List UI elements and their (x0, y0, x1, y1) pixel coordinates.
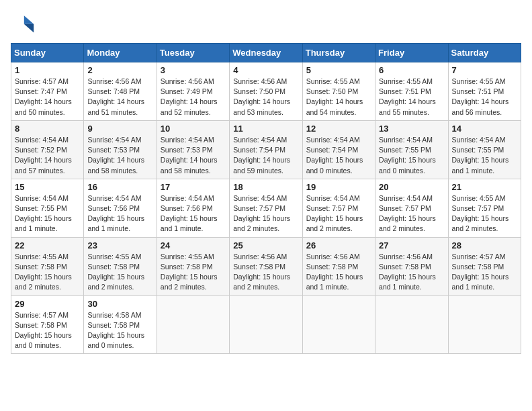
day-info: Sunrise: 4:54 AM Sunset: 7:57 PM Dayligh… (306, 193, 371, 234)
logo-icon (11, 11, 35, 35)
day-info: Sunrise: 4:57 AM Sunset: 7:58 PM Dayligh… (15, 310, 80, 351)
day-info: Sunrise: 4:57 AM Sunset: 7:47 PM Dayligh… (15, 77, 80, 118)
day-number: 15 (15, 182, 80, 192)
calendar-day-cell: 21 Sunrise: 4:55 AM Sunset: 7:57 PM Dayl… (448, 179, 521, 237)
calendar-day-cell: 27 Sunrise: 4:56 AM Sunset: 7:58 PM Dayl… (375, 237, 448, 295)
day-number: 14 (452, 124, 517, 134)
calendar-day-cell: 18 Sunrise: 4:54 AM Sunset: 7:57 PM Dayl… (230, 179, 302, 237)
day-info: Sunrise: 4:55 AM Sunset: 7:51 PM Dayligh… (379, 77, 444, 118)
day-info: Sunrise: 4:55 AM Sunset: 7:51 PM Dayligh… (452, 77, 517, 118)
day-info: Sunrise: 4:54 AM Sunset: 7:54 PM Dayligh… (233, 135, 298, 176)
day-info: Sunrise: 4:55 AM Sunset: 7:57 PM Dayligh… (452, 193, 517, 234)
calendar-week-row: 8 Sunrise: 4:54 AM Sunset: 7:52 PM Dayli… (11, 120, 521, 179)
day-info: Sunrise: 4:54 AM Sunset: 7:57 PM Dayligh… (233, 193, 298, 234)
day-info: Sunrise: 4:55 AM Sunset: 7:58 PM Dayligh… (161, 252, 226, 293)
calendar-day-cell: 11 Sunrise: 4:54 AM Sunset: 7:54 PM Dayl… (230, 120, 302, 179)
day-number: 29 (15, 299, 80, 309)
day-number: 16 (87, 182, 152, 192)
day-number: 2 (87, 65, 152, 75)
day-number: 11 (233, 124, 298, 134)
day-info: Sunrise: 4:54 AM Sunset: 7:56 PM Dayligh… (161, 193, 226, 234)
calendar-day-cell: 28 Sunrise: 4:57 AM Sunset: 7:58 PM Dayl… (448, 237, 521, 295)
calendar-week-row: 22 Sunrise: 4:55 AM Sunset: 7:58 PM Dayl… (11, 237, 521, 295)
day-info: Sunrise: 4:54 AM Sunset: 7:55 PM Dayligh… (379, 135, 444, 176)
calendar-day-cell: 9 Sunrise: 4:54 AM Sunset: 7:53 PM Dayli… (84, 120, 157, 179)
day-number: 3 (161, 65, 226, 75)
day-info: Sunrise: 4:56 AM Sunset: 7:49 PM Dayligh… (161, 77, 226, 118)
calendar-day-cell: 20 Sunrise: 4:54 AM Sunset: 7:57 PM Dayl… (375, 179, 448, 237)
day-number: 5 (306, 65, 371, 75)
calendar-day-cell (230, 295, 302, 354)
calendar-day-header: Sunday (11, 44, 84, 62)
day-number: 18 (233, 182, 298, 192)
calendar-day-cell: 3 Sunrise: 4:56 AM Sunset: 7:49 PM Dayli… (157, 62, 229, 121)
day-number: 21 (452, 182, 517, 192)
calendar-day-cell: 8 Sunrise: 4:54 AM Sunset: 7:52 PM Dayli… (11, 120, 84, 179)
calendar-day-cell: 4 Sunrise: 4:56 AM Sunset: 7:50 PM Dayli… (230, 62, 302, 121)
calendar-day-cell: 22 Sunrise: 4:55 AM Sunset: 7:58 PM Dayl… (11, 237, 84, 295)
day-info: Sunrise: 4:56 AM Sunset: 7:48 PM Dayligh… (87, 77, 152, 118)
calendar-day-cell: 17 Sunrise: 4:54 AM Sunset: 7:56 PM Dayl… (157, 179, 229, 237)
day-info: Sunrise: 4:54 AM Sunset: 7:57 PM Dayligh… (379, 193, 444, 234)
day-number: 12 (306, 124, 371, 134)
calendar-day-cell: 13 Sunrise: 4:54 AM Sunset: 7:55 PM Dayl… (375, 120, 448, 179)
calendar-day-cell: 2 Sunrise: 4:56 AM Sunset: 7:48 PM Dayli… (84, 62, 157, 121)
calendar-day-cell: 10 Sunrise: 4:54 AM Sunset: 7:53 PM Dayl… (157, 120, 229, 179)
day-info: Sunrise: 4:58 AM Sunset: 7:58 PM Dayligh… (87, 310, 152, 351)
calendar-day-header: Wednesday (230, 44, 302, 62)
day-info: Sunrise: 4:56 AM Sunset: 7:58 PM Dayligh… (379, 252, 444, 293)
calendar-day-cell: 14 Sunrise: 4:54 AM Sunset: 7:55 PM Dayl… (448, 120, 521, 179)
calendar-week-row: 1 Sunrise: 4:57 AM Sunset: 7:47 PM Dayli… (11, 62, 521, 121)
calendar-day-header: Tuesday (157, 44, 229, 62)
day-number: 27 (379, 240, 444, 250)
calendar-day-cell: 26 Sunrise: 4:56 AM Sunset: 7:58 PM Dayl… (302, 237, 375, 295)
svg-marker-1 (24, 24, 34, 33)
calendar-day-cell: 15 Sunrise: 4:54 AM Sunset: 7:55 PM Dayl… (11, 179, 84, 237)
logo (11, 11, 38, 35)
calendar-table: SundayMondayTuesdayWednesdayThursdayFrid… (11, 43, 521, 354)
calendar-day-cell: 1 Sunrise: 4:57 AM Sunset: 7:47 PM Dayli… (11, 62, 84, 121)
day-number: 30 (87, 299, 152, 309)
day-number: 19 (306, 182, 371, 192)
day-info: Sunrise: 4:54 AM Sunset: 7:53 PM Dayligh… (161, 135, 226, 176)
day-number: 6 (379, 65, 444, 75)
day-number: 7 (452, 65, 517, 75)
calendar-week-row: 29 Sunrise: 4:57 AM Sunset: 7:58 PM Dayl… (11, 295, 521, 354)
day-number: 17 (161, 182, 226, 192)
day-info: Sunrise: 4:54 AM Sunset: 7:54 PM Dayligh… (306, 135, 371, 176)
calendar-day-header: Thursday (302, 44, 375, 62)
calendar-header-row: SundayMondayTuesdayWednesdayThursdayFrid… (11, 44, 521, 62)
calendar-day-cell (302, 295, 375, 354)
day-info: Sunrise: 4:54 AM Sunset: 7:52 PM Dayligh… (15, 135, 80, 176)
day-info: Sunrise: 4:57 AM Sunset: 7:58 PM Dayligh… (452, 252, 517, 293)
day-info: Sunrise: 4:55 AM Sunset: 7:58 PM Dayligh… (15, 252, 80, 293)
page-header (11, 11, 521, 35)
day-info: Sunrise: 4:55 AM Sunset: 7:58 PM Dayligh… (87, 252, 152, 293)
day-info: Sunrise: 4:54 AM Sunset: 7:55 PM Dayligh… (452, 135, 517, 176)
day-number: 10 (161, 124, 226, 134)
calendar-day-cell: 24 Sunrise: 4:55 AM Sunset: 7:58 PM Dayl… (157, 237, 229, 295)
day-info: Sunrise: 4:56 AM Sunset: 7:50 PM Dayligh… (233, 77, 298, 118)
day-number: 28 (452, 240, 517, 250)
day-number: 26 (306, 240, 371, 250)
calendar-day-cell: 16 Sunrise: 4:54 AM Sunset: 7:56 PM Dayl… (84, 179, 157, 237)
day-number: 13 (379, 124, 444, 134)
day-info: Sunrise: 4:56 AM Sunset: 7:58 PM Dayligh… (233, 252, 298, 293)
day-info: Sunrise: 4:55 AM Sunset: 7:50 PM Dayligh… (306, 77, 371, 118)
day-info: Sunrise: 4:54 AM Sunset: 7:56 PM Dayligh… (87, 193, 152, 234)
day-number: 25 (233, 240, 298, 250)
day-info: Sunrise: 4:56 AM Sunset: 7:58 PM Dayligh… (306, 252, 371, 293)
calendar-week-row: 15 Sunrise: 4:54 AM Sunset: 7:55 PM Dayl… (11, 179, 521, 237)
day-number: 4 (233, 65, 298, 75)
day-number: 22 (15, 240, 80, 250)
calendar-day-cell: 19 Sunrise: 4:54 AM Sunset: 7:57 PM Dayl… (302, 179, 375, 237)
day-number: 24 (161, 240, 226, 250)
calendar-day-cell (375, 295, 448, 354)
calendar-day-cell: 29 Sunrise: 4:57 AM Sunset: 7:58 PM Dayl… (11, 295, 84, 354)
calendar-day-cell: 30 Sunrise: 4:58 AM Sunset: 7:58 PM Dayl… (84, 295, 157, 354)
day-number: 20 (379, 182, 444, 192)
svg-marker-0 (24, 15, 34, 24)
calendar-day-cell: 7 Sunrise: 4:55 AM Sunset: 7:51 PM Dayli… (448, 62, 521, 121)
calendar-day-cell: 12 Sunrise: 4:54 AM Sunset: 7:54 PM Dayl… (302, 120, 375, 179)
calendar-day-cell: 25 Sunrise: 4:56 AM Sunset: 7:58 PM Dayl… (230, 237, 302, 295)
